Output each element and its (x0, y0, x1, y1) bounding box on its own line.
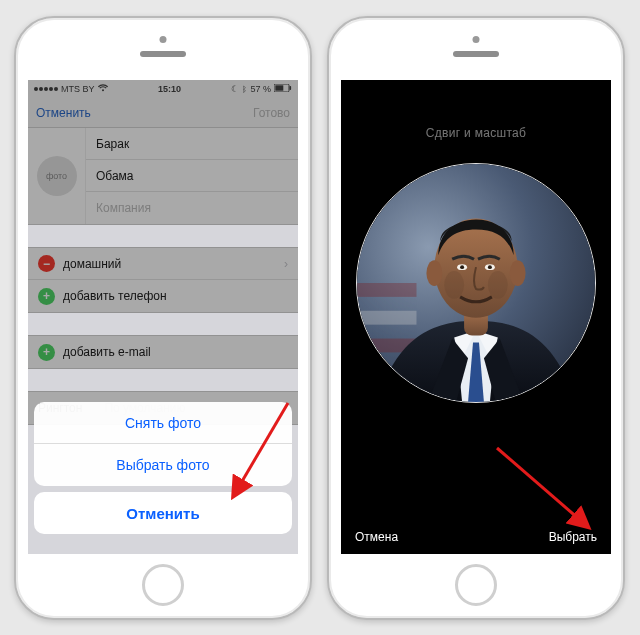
delete-icon[interactable]: − (38, 255, 55, 272)
camera-dot (160, 36, 167, 43)
phones-section: − домашний › + добавить телефон (28, 247, 298, 313)
svg-point-16 (444, 271, 464, 299)
company-placeholder: Компания (96, 201, 151, 215)
crop-circle-mask (356, 163, 596, 403)
phone-right: Сдвиг и масштаб (327, 16, 625, 620)
add-photo-button[interactable]: фото (28, 128, 86, 224)
add-email-row[interactable]: + добавить e-mail (28, 336, 298, 368)
svg-point-10 (426, 260, 442, 286)
take-photo-button[interactable]: Снять фото (34, 402, 292, 444)
portrait-image[interactable] (357, 164, 595, 402)
sheet-cancel-label: Отменить (126, 505, 199, 522)
svg-point-11 (510, 260, 526, 286)
earpiece-speaker (140, 51, 186, 57)
choose-photo-button[interactable]: Выбрать фото (34, 444, 292, 486)
last-name-field[interactable]: Обама (86, 160, 298, 192)
first-name-value: Барак (96, 137, 129, 151)
svg-rect-1 (275, 85, 283, 90)
last-name-value: Обама (96, 169, 134, 183)
phone-type-label: домашний (63, 257, 121, 271)
take-photo-label: Снять фото (125, 415, 201, 431)
screen-right: Сдвиг и масштаб (341, 80, 611, 554)
photo-crop-stage[interactable] (341, 150, 611, 416)
svg-point-17 (488, 271, 508, 299)
bluetooth-icon: ᛒ (242, 85, 247, 94)
moon-icon: ☾ (231, 84, 239, 94)
carrier-label: MTS BY (61, 84, 95, 94)
phone-left: MTS BY 15:10 ☾ ᛒ 57 % (14, 16, 312, 620)
svg-point-14 (460, 265, 464, 269)
svg-rect-2 (290, 86, 292, 90)
add-phone-row[interactable]: + добавить телефон (28, 280, 298, 312)
battery-icon (274, 84, 292, 94)
sheet-cancel-button[interactable]: Отменить (34, 492, 292, 534)
earpiece-speaker (453, 51, 499, 57)
home-button[interactable] (455, 564, 497, 606)
crop-choose-button[interactable]: Выбрать (549, 530, 597, 544)
navbar: Отменить Готово (28, 98, 298, 128)
status-time: 15:10 (158, 84, 181, 94)
company-field[interactable]: Компания (86, 192, 298, 224)
nav-cancel[interactable]: Отменить (36, 106, 91, 120)
action-sheet-group: Снять фото Выбрать фото (34, 402, 292, 486)
signal-icon (34, 87, 58, 91)
camera-dot (473, 36, 480, 43)
photo-placeholder-label: фото (46, 171, 67, 181)
choose-photo-label: Выбрать фото (116, 457, 209, 473)
svg-rect-5 (357, 311, 417, 325)
add-icon[interactable]: + (38, 288, 55, 305)
add-phone-label: добавить телефон (63, 289, 167, 303)
crop-cancel-button[interactable]: Отмена (355, 530, 398, 544)
battery-label: 57 % (250, 84, 271, 94)
annotation-arrow-right (491, 440, 601, 540)
first-name-field[interactable]: Барак (86, 128, 298, 160)
emails-section: + добавить e-mail (28, 335, 298, 369)
contact-header: фото Барак Обама Компания (28, 128, 298, 225)
phone-row-existing[interactable]: − домашний › (28, 248, 298, 280)
svg-point-15 (488, 265, 492, 269)
nav-done: Готово (253, 106, 290, 120)
add-email-label: добавить e-mail (63, 345, 151, 359)
screen-left: MTS BY 15:10 ☾ ᛒ 57 % (28, 80, 298, 554)
photo-placeholder-icon: фото (37, 156, 77, 196)
svg-rect-4 (357, 283, 417, 297)
home-button[interactable] (142, 564, 184, 606)
crop-bottom-bar: Отмена Выбрать (341, 530, 611, 544)
contact-edit-under-sheet: MTS BY 15:10 ☾ ᛒ 57 % (28, 80, 298, 425)
wifi-icon (98, 84, 108, 94)
chevron-right-icon: › (284, 257, 288, 271)
status-bar: MTS BY 15:10 ☾ ᛒ 57 % (28, 80, 298, 98)
move-scale-title: Сдвиг и масштаб (341, 80, 611, 150)
add-icon[interactable]: + (38, 344, 55, 361)
